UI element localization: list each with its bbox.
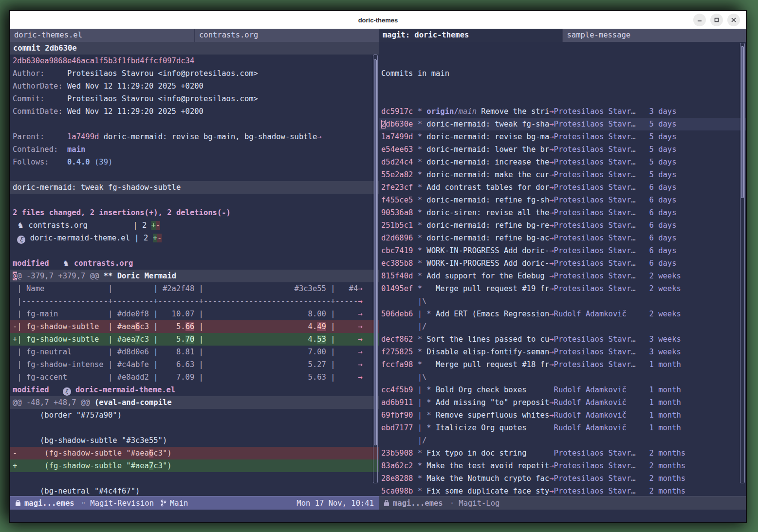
commit-author: Protesilaos Stavr… [554,194,649,206]
close-button[interactable] [727,14,740,26]
right-scrollbar-thumb[interactable] [741,46,744,198]
maximize-button[interactable] [710,14,723,26]
buffer-line[interactable]: - (fg-shadow-subtle "#aea6c3") [10,447,379,459]
text-segment: | 4. [194,322,317,331]
commit-row[interactable]: 01495ef * Merge pull request #19 fr→Prot… [381,282,746,295]
commit-row[interactable]: cc4f5b9 | * Bold Org check boxes Rudolf … [381,384,746,396]
commit-row[interactable]: ebd7177 | * Italicize Org quotes Rudolf … [381,422,746,434]
text-segment: Rudolf Adamkovič [554,423,627,432]
commit-row[interactable]: 23b5908 * Fix typo in doc string Protesi… [381,447,746,459]
buffer-line[interactable]: | Name | | #2a2f48 | #3c3e55 | #4→ [13,282,379,295]
buffer-line[interactable]: @@ -48,7 +48,7 @@ (eval-and-compile [10,396,379,409]
commit-row[interactable]: ec385b8 * WORK-IN-PROGRESS Add doric-→Pr… [381,257,746,270]
spacer [549,384,554,396]
buffer-line[interactable]: (bg-shadow-subtle "#3c3e55") [13,434,379,447]
commit-row[interactable]: e54ee63 * doric-mermaid: lower the br→Pr… [381,143,746,156]
commit-row[interactable]: 69fbf90 | * Remove superfluous whites→Ru… [381,409,746,422]
commit-row[interactable]: 83a62c2 * Make the test avoid repetit→Pr… [381,459,746,472]
buffer-line[interactable]: (bg-neutral "#4c4f67") [13,485,379,496]
buffer-line[interactable]: 2 files changed, 2 insertions(+), 2 dele… [13,206,379,219]
spacer [549,447,554,459]
left-scrollbar[interactable] [373,55,378,483]
graph-row[interactable]: |/ [381,320,746,333]
revision-header-line: commit 2db630e [10,42,379,55]
commit-row[interactable]: 2db630e * doric-mermaid: tweak fg-sha→Pr… [379,118,746,130]
commit-row[interactable]: 815f40d * Add support for the Edebug →Pr… [381,270,746,282]
graph-row[interactable]: |\ [381,371,746,384]
graph-row[interactable]: |/ [381,434,746,447]
commit-row[interactable]: 506deb6 | * Add ERT (Emacs Regression→Ru… [381,308,746,320]
revision-buffer[interactable]: 2db630ea9868e46aca1f5b3f1fbd4ffcf097dc34… [10,55,379,496]
commit-row[interactable]: 28e8288 * Make the Notmuch crypto fac→Pr… [381,472,746,485]
text-segment [49,259,63,268]
commit-row[interactable]: 251b5c1 * doric-mermaid: refine bg-re→Pr… [381,219,746,232]
buffer-line[interactable]: | fg-neutral | #d8d0e6 | 8.81 | 7.00 | → [13,346,379,358]
left-scrollbar-thumb[interactable] [374,59,377,445]
echo-area[interactable] [10,510,746,522]
tab-doric-themes-el[interactable]: doric-themes.el [10,29,194,42]
commit-row[interactable]: 2fe23cf * Add contrast tables for dor→Pr… [381,181,746,194]
tab-magit-doric-themes[interactable]: magit: doric-themes [379,29,562,42]
buffer-line[interactable]: AuthorDate: Wed Nov 12 11:29:20 2025 +02… [13,80,379,92]
commit-subject: * Add contrast tables for dor [418,181,550,194]
commit-author: Protesilaos Stavr… [554,168,649,181]
commit-row[interactable]: 90536a8 * doric-siren: revise all the→Pr… [381,206,746,219]
buffer-line[interactable]: | fg-shadow-intense | #c4abfe | 6.63 | 5… [13,358,379,371]
text-segment: Merge pull request #18 fr [426,360,549,369]
buffer-line[interactable]: modified ♞ contrasts.org [13,257,379,270]
text-segment: * [418,196,427,204]
buffer-line[interactable]: ♞ contrasts.org | 2 +- [13,219,379,232]
buffer-line[interactable]: Contained: main [13,143,379,156]
buffer-line[interactable]: CommitDate: Wed Nov 12 11:29:20 2025 +02… [13,105,379,118]
log-buffer[interactable]: Commits in main dc5917c * origin/main Re… [379,42,746,496]
tab-contrasts-org[interactable]: contrasts.org [195,29,379,42]
commit-row[interactable]: d2d6896 * doric-mermaid: refine bg-ac→Pr… [381,232,746,244]
window-controls [693,14,746,26]
commit-row[interactable]: d5d24c4 * doric-mermaid: increase the→Pr… [381,156,746,168]
right-scrollbar[interactable] [740,43,745,483]
ellipsis: … [631,284,635,293]
text-segment: Rudolf Adamkovič [554,398,627,407]
commit-row[interactable]: dc5917c * origin/main Remove the stri→Pr… [381,105,746,118]
commit-row[interactable]: 5ca098b * Fix some duplicate face sty→Pr… [381,485,746,496]
commit-row[interactable]: cbc7419 * WORK-IN-PROGRESS Add doric-→Pr… [381,244,746,257]
buffer-line[interactable]: 2db630ea9868e46aca1f5b3f1fbd4ffcf097dc34 [13,55,379,67]
tab-sample-message[interactable]: sample-message [563,29,746,42]
buffer-line[interactable]: | fg-accent | #e8add2 | 7.09 | 5.63 | → [13,371,379,384]
buffer-line[interactable] [13,168,379,181]
buffer-line[interactable]: (border "#757a90") [13,409,379,422]
commit-row[interactable]: decf862 * Sort the lines passed to cu→Pr… [381,333,746,346]
buffer-line[interactable]: Parent: 1a7499d doric-mermaid: revise bg… [13,130,379,143]
commit-row[interactable]: f275825 * Disable elisp-fontify-seman→Pr… [381,346,746,358]
buffer-line[interactable]: Author: Protesilaos Stavrou <info@protes… [13,67,379,80]
graph-row[interactable]: |\ [381,295,746,308]
buffer-line[interactable] [13,118,379,130]
buffer-line[interactable]: ξ doric-mermaid-theme.el | 2 +- [13,232,379,244]
titlebar[interactable]: doric-themes [10,11,746,29]
buffer-line[interactable]: |-------------------+---------+---------… [13,295,379,308]
text-segment: Protesilaos Stavr [554,461,631,470]
buffer-line[interactable] [13,472,379,485]
buffer-line[interactable] [13,194,379,206]
buffer-line[interactable]: | fg-main | #dde0f8 | 10.07 | 8.00 | → [13,308,379,320]
truncation-arrow-icon: → [549,257,554,270]
buffer-line[interactable] [13,422,379,434]
buffer-line[interactable]: Follows: 0.4.0 (39) [13,156,379,168]
buffer-line[interactable]: modified ξ doric-mermaid-theme.el [13,384,379,396]
commit-row[interactable]: f455ce5 * doric-mermaid: refine fg-sh→Pr… [381,194,746,206]
buffer-line[interactable]: doric-mermaid: tweak fg-shadow-subtle [10,181,379,194]
buffer-line[interactable]: + (fg-shadow-subtle "#aea7c3") [10,459,379,472]
buffer-line[interactable]: @@ -379,7 +379,7 @@ ** Doric Mermaid [10,270,379,282]
buffer-line[interactable]: -| fg-shadow-subtle | #aea6c3 | 5.66 | 4… [10,320,379,333]
buffer-line[interactable]: Commit: Protesilaos Stavrou <info@protes… [13,92,379,105]
buffer-line[interactable]: +| fg-shadow-subtle | #aea7c3 | 5.70 | 4… [10,333,379,346]
text-segment: - [156,221,160,230]
commit-row[interactable]: 1a7499d * doric-mermaid: revise bg-ma→Pr… [381,130,746,143]
app-window: doric-themes doric-themes.el [9,10,747,523]
commit-row[interactable]: ad6b911 | * Add missing "to" preposit→Ru… [381,396,746,409]
commit-row[interactable]: fccfa98 * Merge pull request #18 fr→Prot… [381,358,746,371]
buffer-line[interactable] [13,244,379,257]
commit-row[interactable]: 55e2a82 * doric-mermaid: make the cur→Pr… [381,168,746,181]
spacer [413,156,417,168]
minimize-button[interactable] [693,14,706,26]
